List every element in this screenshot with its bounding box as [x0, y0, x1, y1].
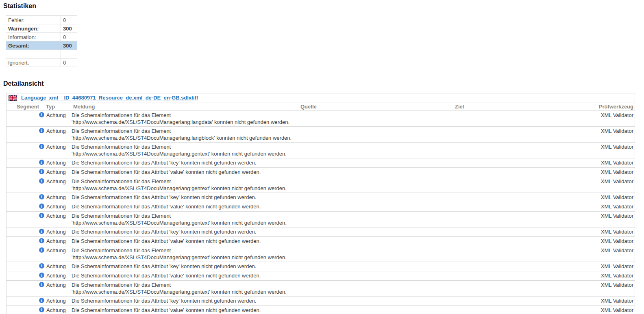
source-cell — [300, 263, 455, 270]
target-cell — [455, 212, 586, 226]
type-cell: Achtung — [46, 282, 72, 295]
stats-row: Warnungen: 300 — [6, 24, 77, 33]
info-icon: i — [39, 212, 46, 226]
column-header-quelle: Quelle — [300, 102, 455, 111]
info-icon: i — [39, 143, 46, 157]
info-icon: i — [39, 128, 46, 141]
stats-row — [6, 50, 77, 58]
stats-value: 300 — [61, 41, 77, 50]
detail-title: Detailansicht — [3, 80, 644, 87]
source-cell — [300, 203, 455, 210]
type-cell: Achtung — [46, 238, 72, 245]
tool-cell: XML Validator — [586, 194, 635, 201]
message-cell: Die Schemainformationen für das Element'… — [72, 112, 300, 126]
source-cell — [300, 128, 455, 141]
stats-label — [6, 50, 61, 58]
message-cell: Die Schemainformationen für das Element'… — [72, 212, 300, 226]
detail-table-header: Segment Typ Meldung Quelle Ziel Prüfwerk… — [7, 102, 635, 111]
stats-row: Fehler: 0 — [6, 16, 77, 24]
target-cell — [455, 194, 586, 201]
message-line: Die Schemainformationen für das Attribut… — [72, 263, 300, 270]
segment-cell — [7, 263, 39, 270]
message-cell: Die Schemainformationen für das Attribut… — [72, 238, 300, 245]
source-cell — [300, 228, 455, 236]
type-cell: Achtung — [46, 272, 72, 279]
tool-cell: XML Validator — [586, 238, 635, 245]
message-line: 'http://www.schema.de/XSL/ST4DocuManager… — [72, 150, 300, 157]
stats-label: Information: — [6, 33, 61, 41]
target-cell — [455, 228, 586, 236]
segment-cell — [7, 203, 39, 210]
message-line: 'http://www.schema.de/XSL/ST4DocuManager… — [72, 219, 300, 226]
target-cell — [455, 263, 586, 270]
message-cell: Die Schemainformationen für das Attribut… — [72, 194, 300, 201]
type-cell: Achtung — [46, 159, 72, 167]
message-line: Die Schemainformationen für das Element — [72, 212, 300, 219]
table-row: i Achtung Die Schemainformationen für da… — [7, 202, 635, 212]
source-cell — [300, 143, 455, 157]
stats-label: Warnungen: — [6, 24, 61, 33]
column-header-pruefwerkzeug: Prüfwerkzeug — [586, 102, 635, 111]
source-cell — [300, 297, 455, 305]
info-icon: i — [39, 194, 46, 201]
type-cell: Achtung — [46, 194, 72, 201]
info-icon: i — [39, 178, 46, 192]
table-row: i Achtung Die Schemainformationen für da… — [7, 168, 635, 177]
message-cell: Die Schemainformationen für das Element'… — [72, 178, 300, 192]
tool-cell: XML Validator — [586, 159, 635, 167]
tool-cell: XML Validator — [586, 282, 635, 295]
info-icon: i — [39, 203, 46, 210]
statistics-title: Statistiken — [3, 2, 644, 10]
table-row: i Achtung Die Schemainformationen für da… — [7, 246, 635, 262]
message-line: 'http://www.schema.de/XSL/ST4DocuManager… — [72, 134, 300, 141]
target-cell — [455, 178, 586, 192]
stats-row: Gesamt: 300 — [6, 41, 77, 50]
file-link[interactable]: Language_xml__ID_44680971_Resource_de.xm… — [21, 95, 198, 101]
tool-cell: XML Validator — [586, 247, 635, 261]
tool-cell: XML Validator — [586, 297, 635, 305]
stats-value: 300 — [61, 24, 77, 33]
target-cell — [455, 112, 586, 126]
info-icon: i — [39, 169, 46, 176]
segment-cell — [7, 282, 39, 295]
target-cell — [455, 307, 586, 314]
info-icon: i — [39, 263, 46, 270]
message-line: Die Schemainformationen für das Element — [72, 247, 300, 254]
source-cell — [300, 212, 455, 226]
type-cell: Achtung — [46, 247, 72, 261]
segment-cell — [7, 238, 39, 245]
message-cell: Die Schemainformationen für das Element'… — [72, 143, 300, 157]
message-line: Die Schemainformationen für das Attribut… — [72, 238, 300, 245]
stats-value — [61, 50, 77, 58]
table-row: i Achtung Die Schemainformationen für da… — [7, 212, 635, 227]
message-line: Die Schemainformationen für das Attribut… — [72, 203, 300, 210]
info-icon: i — [39, 247, 46, 261]
message-cell: Die Schemainformationen für das Element'… — [72, 128, 300, 141]
target-cell — [455, 143, 586, 157]
table-row: i Achtung Die Schemainformationen für da… — [7, 227, 635, 237]
source-cell — [300, 194, 455, 201]
segment-cell — [7, 272, 39, 279]
stats-row: Ignoriert: 0 — [6, 58, 77, 67]
info-icon: i — [39, 282, 46, 295]
segment-cell — [7, 112, 39, 126]
message-line: Die Schemainformationen für das Attribut… — [72, 228, 300, 235]
message-line: Die Schemainformationen für das Element — [72, 128, 300, 134]
target-cell — [455, 238, 586, 245]
segment-cell — [7, 143, 39, 157]
tool-cell: XML Validator — [586, 272, 635, 279]
message-cell: Die Schemainformationen für das Attribut… — [72, 228, 300, 236]
message-cell: Die Schemainformationen für das Attribut… — [72, 159, 300, 167]
tool-cell: XML Validator — [586, 212, 635, 226]
tool-cell: XML Validator — [586, 228, 635, 236]
table-row: i Achtung Die Schemainformationen für da… — [7, 158, 635, 168]
segment-cell — [7, 159, 39, 167]
message-cell: Die Schemainformationen für das Attribut… — [72, 297, 300, 305]
segment-cell — [7, 307, 39, 314]
info-icon: i — [39, 307, 46, 314]
stats-label: Fehler: — [6, 16, 61, 24]
message-line: Die Schemainformationen für das Attribut… — [72, 159, 300, 166]
target-cell — [455, 247, 586, 261]
segment-cell — [7, 212, 39, 226]
stats-value: 0 — [61, 58, 77, 67]
